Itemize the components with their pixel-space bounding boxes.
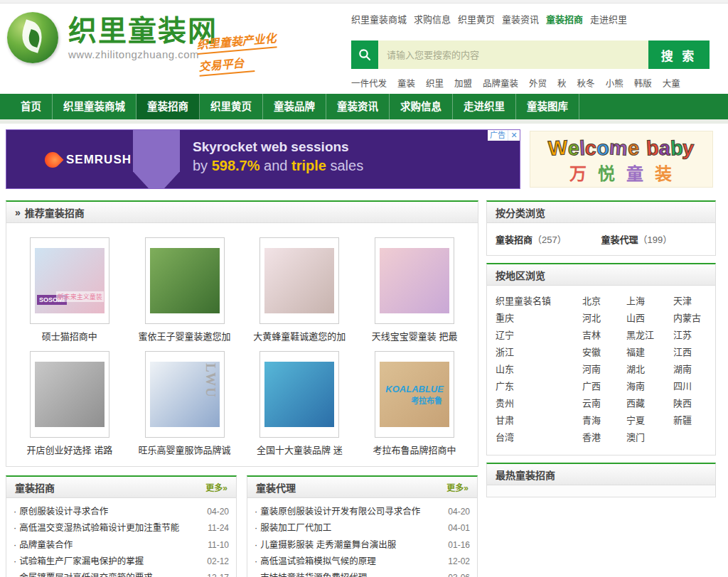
topnav-item-about-zhili[interactable]: 走进织里 <box>590 12 627 26</box>
region-link[interactable]: 内蒙古 <box>673 310 707 327</box>
merchant-card[interactable]: 全国十大童装品牌 迷 <box>242 351 358 456</box>
region-link[interactable]: 湖北 <box>626 361 670 378</box>
region-link[interactable]: 山西 <box>626 310 670 327</box>
region-link[interactable]: 辽宁 <box>496 327 582 344</box>
nav-item-merchants[interactable]: 童装招商 <box>136 94 200 119</box>
merchant-card[interactable]: 大黄蜂童鞋诚邀您的加 <box>242 237 358 343</box>
topnav-item-news[interactable]: 童装资讯 <box>502 12 539 26</box>
merchant-card[interactable]: SOSOMi 新未来主义童装 硕士猫招商中 <box>12 237 127 343</box>
region-link[interactable]: 香港 <box>582 429 614 446</box>
region-link[interactable]: 河南 <box>582 361 614 378</box>
region-link[interactable]: 青海 <box>582 412 614 429</box>
merchant-title[interactable]: 天线宝宝婴童装 把最 <box>357 329 472 343</box>
region-link[interactable]: 江西 <box>673 344 707 361</box>
region-link[interactable]: 澳门 <box>626 429 670 446</box>
wanyue-ad-banner[interactable]: Welcomebaby 万悦童装 <box>530 131 713 188</box>
search-icon[interactable] <box>351 41 378 69</box>
site-logo[interactable]: 织里童装网 www.zhilitongzhuang.com <box>7 12 218 63</box>
keyword-link[interactable]: 秋冬 <box>577 76 595 90</box>
region-link[interactable]: 浙江 <box>496 344 582 361</box>
region-link[interactable]: 重庆 <box>496 310 582 327</box>
region-link[interactable]: 四川 <box>673 378 707 395</box>
region-link[interactable]: 甘肃 <box>496 412 582 429</box>
region-link[interactable]: 湖南 <box>673 361 707 378</box>
keyword-link[interactable]: 童装 <box>397 76 415 90</box>
region-link[interactable]: 宁夏 <box>626 412 670 429</box>
keyword-link[interactable]: 小熊 <box>606 76 623 90</box>
region-link[interactable]: 广东 <box>496 378 582 395</box>
list-item[interactable]: ·高低温试验箱模拟气候的原理12-02 <box>255 554 470 570</box>
keyword-link[interactable]: 一件代发 <box>351 76 387 90</box>
semrush-ad-banner[interactable]: SEMRUSH Skyrocket web sessions by 598.7%… <box>6 129 520 189</box>
region-link[interactable]: 陕西 <box>673 395 707 412</box>
merchant-title[interactable]: 蜜依王子婴童装邀您加 <box>127 329 242 343</box>
merchant-card[interactable]: 开店创业好选择 诺路 <box>12 351 127 456</box>
region-link[interactable]: 西藏 <box>626 395 670 412</box>
merchant-title[interactable]: 硕士猫招商中 <box>12 329 127 343</box>
keyword-link[interactable]: 韩版 <box>634 76 652 90</box>
region-link[interactable]: 云南 <box>582 395 614 412</box>
merchant-title[interactable]: 旺乐高婴童服饰品牌诚 <box>127 443 242 456</box>
list-item[interactable]: ·品牌童装合作11-10 <box>14 537 229 554</box>
nav-item-mall[interactable]: 织里童装商城 <box>53 94 136 119</box>
search-button[interactable]: 搜 索 <box>648 41 710 69</box>
ad-close-icon[interactable]: ✕ <box>508 130 520 141</box>
list-item[interactable]: ·高低温交变湿热试验箱设计更加注重节能11-24 <box>14 520 229 536</box>
merchant-card[interactable]: 蜜依王子婴童装邀您加 <box>127 237 242 343</box>
nav-item-gallery[interactable]: 童装图库 <box>516 94 579 119</box>
region-link[interactable]: 安徽 <box>582 344 614 361</box>
merchant-title[interactable]: 考拉布鲁品牌招商中 <box>357 443 472 456</box>
region-link[interactable]: 织里童装名镇 <box>496 293 582 310</box>
region-link[interactable]: 上海 <box>626 293 670 310</box>
region-link[interactable]: 黑龙江 <box>626 327 670 344</box>
list-item[interactable]: ·原创服装设计寻求合作04-20 <box>14 504 229 520</box>
region-link[interactable]: 吉林 <box>582 327 614 344</box>
keyword-link[interactable]: 加盟 <box>454 76 472 90</box>
region-link[interactable]: 台湾 <box>496 429 582 446</box>
nav-item-news[interactable]: 童装资讯 <box>326 94 390 119</box>
list-item[interactable]: ·儿童摄影服装 走秀潮童舞台演出服01-16 <box>255 537 470 554</box>
region-link[interactable]: 河北 <box>582 310 614 327</box>
merchant-title[interactable]: 开店创业好选择 诺路 <box>12 443 127 456</box>
more-link[interactable]: 更多» <box>205 481 228 493</box>
region-link[interactable]: 贵州 <box>496 395 582 412</box>
merchant-card[interactable]: LWU 旺乐高婴童服饰品牌诚 <box>127 351 242 456</box>
topnav-item-merchants[interactable]: 童装招商 <box>546 12 583 26</box>
keyword-link[interactable]: 织里 <box>426 76 444 90</box>
topnav-item-yellow-pages[interactable]: 织里黄页 <box>458 12 495 26</box>
nav-item-yellow-pages[interactable]: 织里黄页 <box>200 94 263 119</box>
list-item[interactable]: ·服装加工厂代加工04-01 <box>255 520 470 536</box>
category-link-merchants[interactable]: 童装招商（257） <box>496 232 601 246</box>
topnav-item-buy-info[interactable]: 求购信息 <box>414 12 451 26</box>
list-item[interactable]: ·童装原创服装设计开发有限公司寻求合作04-20 <box>255 504 470 520</box>
region-link[interactable]: 福建 <box>626 344 670 361</box>
keyword-link[interactable]: 秋 <box>557 76 567 90</box>
keyword-link[interactable]: 品牌童装 <box>483 76 518 90</box>
nav-item-home[interactable]: 首页 <box>10 94 53 119</box>
region-link[interactable]: 海南 <box>626 378 670 395</box>
merchant-card[interactable]: 天线宝宝婴童装 把最 <box>357 237 472 343</box>
list-item[interactable]: ·试验箱生产厂家漏电保护的掌握02-12 <box>14 554 229 570</box>
region-link[interactable]: 广西 <box>582 378 614 395</box>
region-link[interactable]: 山东 <box>496 361 582 378</box>
region-link[interactable]: 北京 <box>582 293 614 310</box>
topnav-item-mall[interactable]: 织里童装商城 <box>351 12 407 26</box>
region-link[interactable]: 新疆 <box>673 412 707 429</box>
merchant-title[interactable]: 大黄蜂童鞋诚邀您的加 <box>242 329 358 343</box>
merchant-card[interactable]: KOALABLUE 考拉布鲁 考拉布鲁品牌招商中 <box>357 351 472 456</box>
nav-item-brands[interactable]: 童装品牌 <box>263 94 326 119</box>
list-item[interactable]: ·金属镀覆层对高低温交变箱的要求12-17 <box>14 570 229 577</box>
search-input[interactable] <box>378 41 648 69</box>
nav-item-about-zhili[interactable]: 走进织里 <box>453 94 516 119</box>
ad-info-label[interactable]: 广告 <box>488 130 508 141</box>
merchant-title[interactable]: 全国十大童装品牌 迷 <box>242 443 358 456</box>
more-link[interactable]: 更多» <box>446 481 469 493</box>
nav-item-buy-info[interactable]: 求购信息 <box>390 94 453 119</box>
region-link[interactable] <box>673 429 707 446</box>
list-item[interactable]: ·吉娃娃童装货源免费招代理03-06 <box>255 570 470 577</box>
category-link-agents[interactable]: 童装代理（199） <box>601 232 707 246</box>
region-link[interactable]: 江苏 <box>673 327 707 344</box>
keyword-link[interactable]: 外贸 <box>529 76 547 90</box>
region-link[interactable]: 天津 <box>673 293 707 310</box>
keyword-link[interactable]: 大童 <box>663 76 680 90</box>
